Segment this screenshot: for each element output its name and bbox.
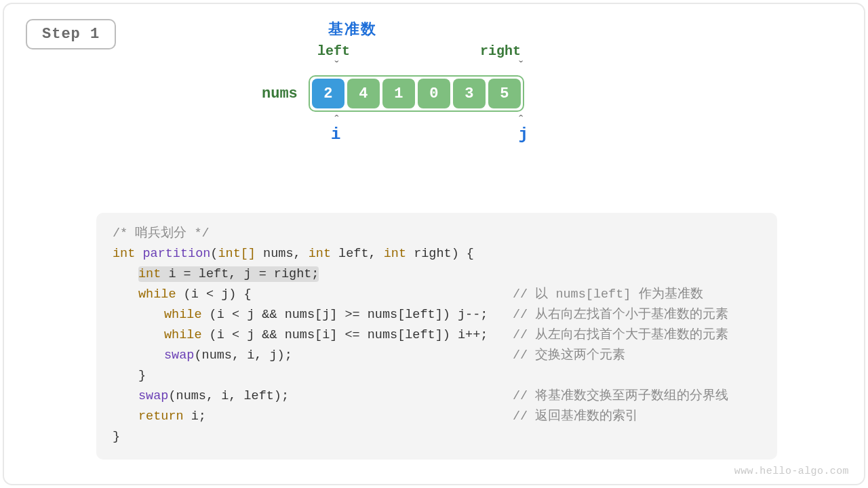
left-right-labels: left right [317, 43, 601, 59]
code-line-0: /* 哨兵划分 */ [113, 224, 761, 244]
array-cell-1: 4 [347, 79, 380, 108]
ij-labels: i j [331, 125, 601, 144]
diagram-container: Step 1 基准数 left right ˇ ˇ nums 2 4 1 0 3… [3, 3, 865, 485]
array-cell-4: 3 [453, 79, 486, 108]
arrow-down-left: ˇ [333, 62, 340, 71]
watermark: www.hello-algo.com [734, 466, 849, 477]
array-wrap: 2 4 1 0 3 5 [309, 75, 524, 112]
right-label: right [480, 43, 521, 59]
code-line-1: int partition(int[] nums, int left, int … [113, 244, 761, 264]
j-label: j [518, 125, 528, 144]
code-line-5: while (i < j && nums[i] <= nums[left]) i… [113, 325, 761, 346]
code-line-9: return i;// 返回基准数的索引 [113, 407, 761, 427]
code-line-10: } [113, 427, 761, 447]
code-line-3: while (i < j) {// 以 nums[left] 作为基准数 [113, 285, 761, 305]
step-badge: Step 1 [26, 19, 116, 49]
left-label: left [317, 43, 350, 59]
array-cell-5: 5 [488, 79, 521, 108]
nums-row: nums 2 4 1 0 3 5 [262, 75, 601, 112]
down-arrows: ˇ ˇ [333, 62, 601, 71]
array-cell-2: 1 [382, 79, 415, 108]
up-arrows: ˆ ˆ [333, 116, 601, 125]
pivot-label: 基准数 [328, 19, 601, 39]
code-line-6: swap(nums, i, j);// 交换这两个元素 [113, 346, 761, 366]
code-line-2: int i = left, j = right; [113, 264, 761, 285]
array-cell-3: 0 [418, 79, 450, 108]
arrow-up-j: ˆ [517, 116, 525, 125]
i-label: i [331, 125, 340, 144]
code-line-8: swap(nums, i, left);// 将基准数交换至两子数组的分界线 [113, 386, 761, 407]
arrow-down-right: ˇ [517, 62, 525, 71]
code-line-7: } [113, 366, 761, 386]
arrow-up-i: ˆ [333, 116, 340, 125]
array-diagram: 基准数 left right ˇ ˇ nums 2 4 1 0 3 5 ˆ ˆ … [262, 19, 601, 144]
nums-label: nums [262, 85, 298, 102]
code-block: /* 哨兵划分 */ int partition(int[] nums, int… [96, 213, 777, 460]
array-cell-0: 2 [312, 79, 344, 108]
code-line-4: while (i < j && nums[j] >= nums[left]) j… [113, 305, 761, 325]
